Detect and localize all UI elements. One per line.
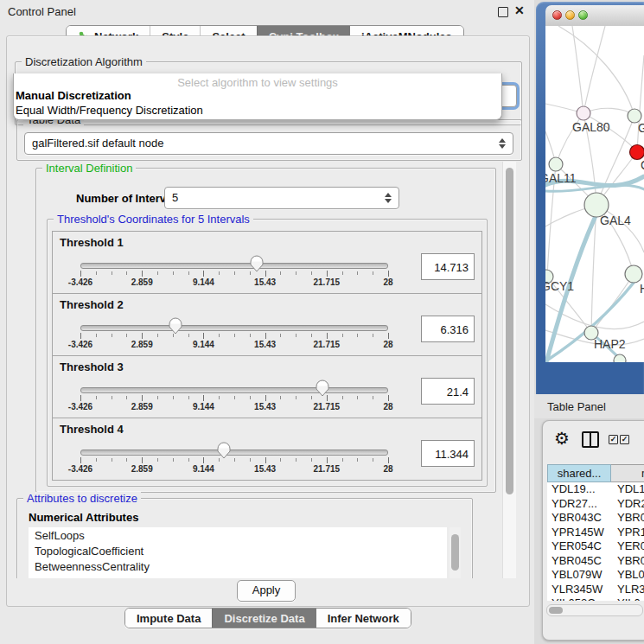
close-icon[interactable]: ✕ <box>514 3 525 17</box>
cell-name[interactable]: YBR0 <box>611 554 644 569</box>
window-minimize-button[interactable] <box>565 10 575 20</box>
slider-tick-labels: -3.4262.8599.14415.4321.71528 <box>80 340 388 350</box>
scrollbar-thumb[interactable] <box>549 607 563 614</box>
cell-shared-name[interactable]: YLR345W <box>547 583 611 597</box>
settings-scroll-area: Interval Definition Number of Intervals … <box>12 162 516 578</box>
slider-track[interactable] <box>80 450 388 456</box>
list-item[interactable]: BetweennessCentrality <box>29 558 447 574</box>
table-row[interactable]: YIL052CYIL0 <box>547 596 644 601</box>
cell-shared-name[interactable]: YBR043C <box>547 511 611 526</box>
split-view-icon[interactable] <box>582 431 599 448</box>
cell-name[interactable]: YBR0 <box>611 511 644 526</box>
tick-label: 15.43 <box>254 340 276 349</box>
combo-value: galFiltered.sif default node <box>32 137 163 150</box>
tick-label: 15.43 <box>254 277 276 287</box>
tick-label: 9.144 <box>193 402 214 411</box>
dropdown-prompt: Select algorithm to view settings <box>14 76 501 89</box>
slider-track[interactable] <box>80 263 388 269</box>
tab-label: Infer Network <box>328 612 399 625</box>
window-zoom-button[interactable] <box>578 10 588 20</box>
slider-thumb[interactable] <box>316 379 329 397</box>
gear-icon[interactable]: ⚙ <box>554 428 570 449</box>
list-item[interactable]: TopologicalCoefficient <box>29 543 447 558</box>
cell-shared-name[interactable]: YBL079W <box>547 568 611 583</box>
window-titlebar[interactable] <box>545 5 644 27</box>
slider-tick-labels: -3.4262.8599.14415.4321.71528 <box>80 277 388 288</box>
table-row[interactable]: YDL19...YDL1 <box>547 482 644 497</box>
cell-shared-name[interactable]: YIL052C <box>547 596 611 601</box>
dropdown-item[interactable]: Manual Discretization <box>16 89 131 102</box>
cell-shared-name[interactable]: YDR27... <box>547 497 611 512</box>
list-item[interactable]: SelfLoops <box>29 527 447 543</box>
window-close-button[interactable] <box>552 10 562 20</box>
table-row[interactable]: YLR345WYLR3 <box>547 583 644 597</box>
cell-shared-name[interactable]: YER054C <box>547 539 611 554</box>
checkbox-icon[interactable]: ✓ <box>609 435 618 444</box>
scrollbar-thumb[interactable] <box>506 168 513 494</box>
column-header-shared-name[interactable]: shared... <box>547 464 611 482</box>
network-node[interactable] <box>549 157 563 171</box>
cell-name[interactable]: YLR3 <box>611 583 644 597</box>
tab-discretize-data[interactable]: Discretize Data <box>212 609 316 628</box>
threshold-label: Threshold 1 <box>60 236 124 249</box>
network-node[interactable] <box>577 106 590 120</box>
slider-track[interactable] <box>80 325 388 331</box>
network-node[interactable] <box>630 145 644 160</box>
attributes-list-scrollbar[interactable] <box>450 527 461 578</box>
tick-label: 2.859 <box>131 340 153 349</box>
checkbox-icon[interactable]: ✓ <box>620 435 629 444</box>
cell-shared-name[interactable]: YDL19... <box>547 482 611 497</box>
network-canvas[interactable]: GAL80GACGAL11GAL4GCY1HHAP2 <box>545 26 644 362</box>
table-row[interactable]: YER054CYER0 <box>547 539 644 554</box>
threshold-panel: Threshold 2 -3.4262.8599.14415.4321.7152… <box>52 293 482 356</box>
threshold-label: Threshold 3 <box>60 360 124 373</box>
column-header-name[interactable]: na <box>611 464 644 482</box>
table-row[interactable]: YBR045CYBR0 <box>547 554 644 569</box>
cell-name[interactable]: YDR2 <box>611 497 644 512</box>
table-row[interactable]: YDR27...YDR2 <box>547 497 644 512</box>
table-data-combobox[interactable]: galFiltered.sif default node <box>24 132 513 155</box>
table-row[interactable]: YBR043CYBR0 <box>547 511 644 526</box>
slider-ticks <box>80 271 388 277</box>
slider-track[interactable] <box>80 387 388 393</box>
scrollbar-thumb[interactable] <box>451 534 459 571</box>
dropdown-item[interactable]: Equal Width/Frequency Discretization <box>16 104 203 117</box>
table-body: YDL19...YDL1YDR27...YDR2YBR043CYBR0YPR14… <box>547 482 644 601</box>
network-node[interactable] <box>614 354 626 362</box>
cell-shared-name[interactable]: YPR145W <box>547 526 611 540</box>
slider-thumb[interactable] <box>250 255 264 272</box>
tab-impute-data[interactable]: Impute Data <box>125 609 212 628</box>
number-of-intervals-combobox[interactable]: 5 <box>164 187 399 209</box>
threshold-value-field[interactable]: 21.4 <box>421 378 475 405</box>
threshold-value-field[interactable]: 14.713 <box>421 253 475 280</box>
stepper-icon <box>499 137 507 150</box>
horizontal-scrollbar[interactable] <box>546 604 643 616</box>
table-row[interactable]: YPR145WYPR1 <box>547 526 644 540</box>
vertical-scrollbar[interactable] <box>502 162 516 578</box>
cell-name[interactable]: YIL0 <box>611 596 644 601</box>
tick-label: 9.144 <box>193 340 214 349</box>
threshold-value-field[interactable]: 11.344 <box>421 440 475 467</box>
table-row[interactable]: YBL079WYBL0 <box>547 568 644 583</box>
cell-name[interactable]: YPR1 <box>611 526 644 540</box>
control-panel-titlebar: Control Panel ✕ <box>0 0 534 22</box>
threshold-value-field[interactable]: 6.316 <box>421 316 475 342</box>
bottom-tab-bar: Impute Data Discretize Data Infer Networ… <box>124 608 411 628</box>
group-title: Threshold's Coordinates for 5 Intervals <box>54 213 253 226</box>
threshold-label: Threshold 4 <box>60 423 124 436</box>
cell-name[interactable]: YER0 <box>611 539 644 554</box>
node-label: GA <box>638 121 644 135</box>
cell-shared-name[interactable]: YBR045C <box>547 554 611 569</box>
node-label: GCY1 <box>545 279 574 293</box>
cell-name[interactable]: YBL0 <box>611 568 644 583</box>
apply-button[interactable]: Apply <box>237 580 296 602</box>
tab-infer-network[interactable]: Infer Network <box>316 609 411 628</box>
slider-thumb[interactable] <box>169 317 182 335</box>
attributes-list: SelfLoopsTopologicalCoefficientBetweenne… <box>29 527 447 578</box>
node-label: GAL11 <box>545 171 577 185</box>
float-window-icon[interactable] <box>498 7 508 17</box>
slider-thumb[interactable] <box>217 442 231 459</box>
node-label: GAL80 <box>572 120 610 134</box>
cell-name[interactable]: YDL1 <box>611 482 644 497</box>
network-node[interactable] <box>625 265 642 283</box>
